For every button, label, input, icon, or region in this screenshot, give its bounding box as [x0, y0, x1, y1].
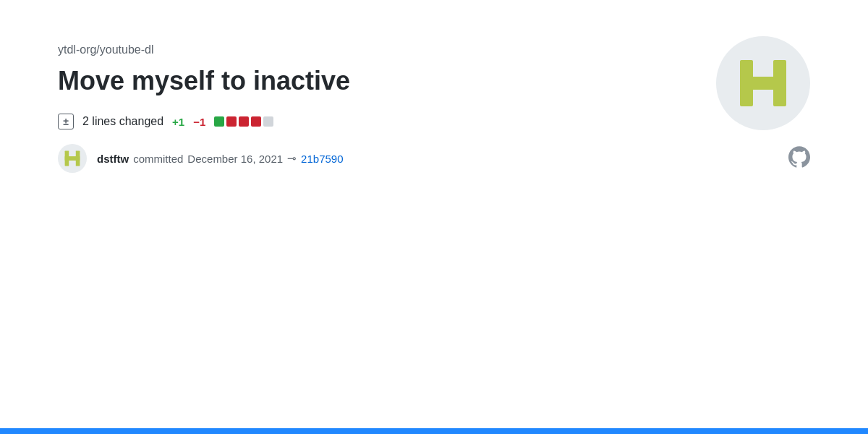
svg-rect-2	[740, 77, 786, 90]
key-icon: ⊸	[287, 152, 297, 165]
author-action: committed	[133, 153, 183, 165]
commit-title: Move myself to inactive	[58, 65, 810, 96]
author-name[interactable]: dstftw	[97, 153, 129, 165]
large-avatar	[716, 36, 810, 130]
footer-bar	[0, 428, 868, 434]
small-avatar[interactable]	[58, 144, 87, 173]
diff-block-5	[263, 116, 273, 127]
diff-block-1	[214, 116, 224, 127]
h-logo-large-svg	[734, 54, 792, 112]
large-avatar-circle	[716, 36, 810, 130]
author-info: dstftw committed December 16, 2021 ⊸ 21b…	[97, 152, 344, 165]
diff-block-2	[226, 116, 237, 127]
svg-rect-7	[65, 156, 80, 161]
commit-author-section: dstftw committed December 16, 2021 ⊸ 21b…	[58, 144, 810, 173]
svg-rect-9	[69, 161, 75, 166]
diff-blocks	[214, 116, 273, 127]
author-left: dstftw committed December 16, 2021 ⊸ 21b…	[58, 144, 344, 173]
repo-path[interactable]: ytdl-org/youtube-dl	[58, 43, 810, 56]
svg-rect-8	[69, 151, 75, 156]
commit-hash[interactable]: 21b7590	[301, 153, 343, 165]
github-icon[interactable]	[788, 146, 810, 171]
additions-count: +1	[172, 116, 184, 128]
main-content: ytdl-org/youtube-dl Move myself to inact…	[0, 0, 868, 202]
svg-rect-4	[753, 90, 773, 106]
diff-block-3	[239, 116, 249, 127]
h-logo-small-svg	[63, 149, 82, 168]
stats-row: ± 2 lines changed +1 −1	[58, 114, 810, 129]
deletions-count: −1	[193, 116, 205, 128]
commit-date: December 16, 2021	[187, 153, 283, 165]
github-svg	[788, 146, 810, 168]
diff-block-4	[251, 116, 261, 127]
svg-rect-3	[753, 60, 773, 77]
diff-icon: ±	[58, 114, 74, 129]
lines-changed-text: 2 lines changed	[82, 115, 163, 128]
